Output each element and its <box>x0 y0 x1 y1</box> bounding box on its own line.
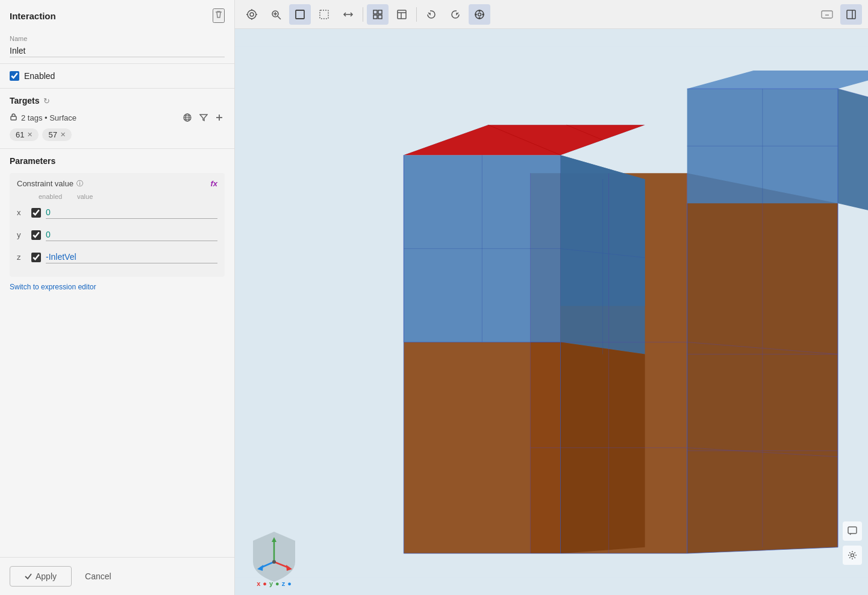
separator-1 <box>363 7 363 22</box>
svg-rect-18 <box>296 10 304 19</box>
panel-header: Interaction <box>0 0 234 29</box>
3d-scene-svg <box>235 29 868 595</box>
rotate-cw-button[interactable] <box>445 4 466 25</box>
toolbar <box>235 0 868 29</box>
apply-button[interactable]: Apply <box>10 566 72 587</box>
svg-line-15 <box>278 16 281 19</box>
panel-title: Interaction <box>10 11 56 21</box>
x-enabled-checkbox[interactable] <box>31 208 41 218</box>
info-icon: ⓘ <box>76 179 83 188</box>
y-dot: ● <box>275 580 279 587</box>
svg-point-9 <box>250 13 254 16</box>
panel-toggle-button[interactable] <box>840 4 862 25</box>
name-input[interactable] <box>10 45 225 57</box>
dotted-box-button[interactable] <box>313 4 335 25</box>
svg-rect-19 <box>320 10 328 19</box>
apply-label: Apply <box>36 571 57 581</box>
constraint-header: Constraint value ⓘ fx <box>17 179 217 188</box>
toolbar-right <box>816 4 862 25</box>
select-tool-button[interactable] <box>241 4 263 25</box>
y-value-input[interactable] <box>46 228 217 241</box>
targets-info-row: 2 tags • Surface <box>10 112 225 124</box>
settings-button[interactable] <box>843 546 862 565</box>
parameters-section: Parameters Constraint value ⓘ fx enabled… <box>0 149 234 557</box>
svg-point-30 <box>479 10 480 11</box>
enabled-label: Enabled <box>24 71 55 81</box>
axis-y-label: y <box>17 230 27 239</box>
chat-button[interactable] <box>843 521 862 541</box>
right-sidebar <box>843 521 862 565</box>
tag-61-close[interactable]: ✕ <box>27 131 33 139</box>
constraint-row-y: y <box>17 226 217 244</box>
parameters-title: Parameters <box>10 156 225 166</box>
enabled-checkbox[interactable] <box>10 71 19 81</box>
expression-editor-link[interactable]: Switch to expression editor <box>10 283 96 291</box>
table-button[interactable] <box>391 4 413 25</box>
svg-point-86 <box>272 560 276 564</box>
svg-rect-25 <box>398 10 406 19</box>
svg-point-88 <box>851 554 854 557</box>
x-dot: ● <box>263 580 267 587</box>
z-enabled-checkbox[interactable] <box>31 253 41 262</box>
box-select-button[interactable] <box>289 4 311 25</box>
left-panel: Interaction Name Enabled Targets ↻ <box>0 0 235 595</box>
lock-icon <box>10 113 17 122</box>
z-value-input[interactable] <box>46 251 217 263</box>
y-axis-label: y <box>269 580 273 587</box>
filter-button[interactable] <box>198 112 209 123</box>
axis-x-label: x <box>17 208 27 217</box>
tag-57-label: 57 <box>48 130 57 139</box>
targets-title: Targets <box>10 96 40 105</box>
svg-rect-34 <box>822 11 832 18</box>
cancel-button[interactable]: Cancel <box>78 566 119 587</box>
targets-section: Targets ↻ 2 tags • Surface <box>0 89 234 149</box>
svg-rect-21 <box>373 10 377 14</box>
svg-rect-24 <box>378 15 382 19</box>
constraint-row-z: z <box>17 248 217 266</box>
svg-marker-52 <box>838 89 868 218</box>
x-value-input[interactable] <box>46 206 217 219</box>
refresh-icon[interactable]: ↻ <box>43 96 50 105</box>
z-axis-label: z <box>282 580 286 587</box>
constraint-label-text: Constraint value <box>17 179 73 188</box>
tag-57-close[interactable]: ✕ <box>60 131 66 139</box>
zoom-fit-button[interactable] <box>265 4 287 25</box>
rotate-ccw-button[interactable] <box>420 4 442 25</box>
constraint-block: Constraint value ⓘ fx enabled value x y <box>10 173 225 277</box>
add-target-button[interactable] <box>214 112 225 123</box>
globe-button[interactable] <box>181 112 193 124</box>
viewport: x ● y ● z ● <box>235 0 868 595</box>
enabled-row: Enabled <box>0 64 234 89</box>
tag-61: 61 ✕ <box>10 128 39 141</box>
svg-rect-43 <box>847 10 855 19</box>
col-value-label: value <box>77 193 113 200</box>
y-enabled-checkbox[interactable] <box>31 230 41 240</box>
z-dot: ● <box>287 580 292 587</box>
svg-rect-87 <box>848 527 857 534</box>
axis-indicator: x ● y ● z ● <box>247 529 301 583</box>
constraint-columns: enabled value <box>17 193 217 200</box>
svg-point-31 <box>479 17 480 19</box>
svg-point-33 <box>482 14 484 15</box>
svg-point-8 <box>248 10 256 19</box>
tag-61-label: 61 <box>16 130 24 139</box>
separator-2 <box>416 7 417 22</box>
col-enabled-label: enabled <box>39 193 75 200</box>
targets-info-left: 2 tags • Surface <box>10 113 76 122</box>
svg-rect-23 <box>373 15 377 19</box>
svg-point-32 <box>475 14 476 15</box>
grid-view-button[interactable] <box>367 4 389 25</box>
viewport-settings-button[interactable] <box>469 4 490 25</box>
keyboard-button[interactable] <box>816 4 838 25</box>
panel-footer: Apply Cancel <box>0 557 234 595</box>
constraint-label: Constraint value ⓘ <box>17 179 83 188</box>
targets-actions <box>181 112 225 124</box>
transform-button[interactable] <box>337 4 359 25</box>
fx-button[interactable]: fx <box>210 179 217 188</box>
targets-info-text: 2 tags • Surface <box>21 113 76 122</box>
constraint-row-x: x <box>17 204 217 221</box>
scene-container[interactable] <box>235 29 868 595</box>
tag-57: 57 ✕ <box>42 128 71 141</box>
delete-button[interactable] <box>213 8 225 23</box>
name-section: Name <box>0 29 234 64</box>
